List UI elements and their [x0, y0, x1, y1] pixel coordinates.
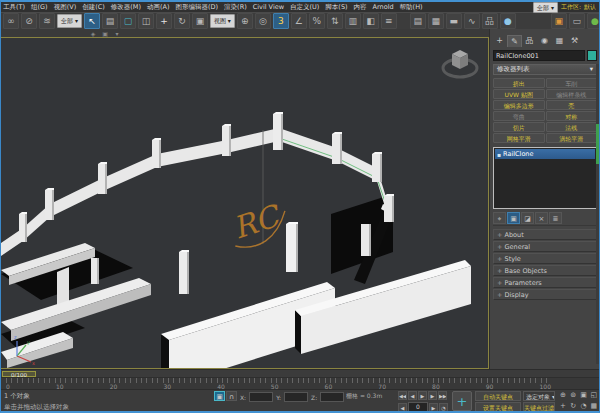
reference-coordinate-combo[interactable]: 视图 ▾	[210, 14, 235, 28]
modifier-bend-button[interactable]: 弯曲	[493, 111, 545, 121]
tab-utilities[interactable]: ⚒	[567, 35, 582, 47]
zoom-icon[interactable]: ⊕	[558, 390, 568, 401]
modifier-list-dropdown[interactable]: 修改器列表 ▾	[493, 64, 597, 75]
isolate-selection-icon[interactable]: ▣	[214, 391, 225, 401]
select-object-icon[interactable]: ↖	[84, 13, 100, 29]
perspective-viewport[interactable]: RC x y z	[0, 37, 489, 369]
panel-scrollbar[interactable]	[596, 64, 599, 364]
selection-filter-combo[interactable]: 全部 ▾	[57, 14, 82, 28]
next-frame-icon[interactable]: ▶	[428, 391, 437, 400]
select-and-move-icon[interactable]: +	[156, 13, 172, 29]
spinner-snap-icon[interactable]: ⇅	[327, 13, 343, 29]
go-to-start-icon[interactable]: ◀◀	[398, 391, 407, 400]
menu-animation[interactable]: 动画(A)	[144, 2, 173, 12]
render-setup-icon[interactable]: ▣	[551, 13, 567, 29]
menu-group[interactable]: 组(G)	[28, 2, 51, 12]
menu-rendering[interactable]: 渲染(R)	[221, 2, 250, 12]
unlink-selection-icon[interactable]: ⊘	[21, 13, 37, 29]
z-field[interactable]	[320, 392, 344, 402]
angle-snap-icon[interactable]: ∠	[291, 13, 307, 29]
modifier-lathe-button[interactable]: 车削	[546, 78, 598, 88]
menu-civil-view[interactable]: Civil View	[250, 2, 287, 12]
stack-item-railclone[interactable]: ▪ RailClone	[495, 149, 595, 159]
material-editor-icon[interactable]: ●	[500, 13, 516, 29]
selection-set-combo[interactable]: 选定对象 ▾	[523, 391, 555, 401]
play-icon[interactable]: ▶	[418, 391, 427, 400]
maximize-viewport-icon[interactable]: ▦	[589, 401, 599, 412]
remove-modifier-icon[interactable]: ×	[535, 212, 548, 224]
align-icon[interactable]: ≡	[381, 13, 397, 29]
key-next-icon[interactable]: ▶	[429, 403, 438, 412]
modifier-slice-button[interactable]: 切片	[493, 122, 545, 132]
modifier-symmetry-button[interactable]: 对称	[546, 111, 598, 121]
menu-content[interactable]: 内容	[351, 2, 370, 12]
menu-create[interactable]: 创建(C)	[79, 2, 108, 12]
modifier-meshsmooth-button[interactable]: 网格平滑	[493, 133, 545, 143]
menu-modifiers[interactable]: 修改器(M)	[108, 2, 144, 12]
ribbon-toggle-icon[interactable]: ▬	[446, 13, 462, 29]
time-configuration-icon[interactable]: ◔	[439, 403, 448, 412]
flyout-icon[interactable]: ▣	[100, 30, 110, 37]
snap-toggle-3d-icon[interactable]: 3	[273, 13, 289, 29]
use-pivot-center-icon[interactable]: ⊕	[237, 13, 253, 29]
tab-create[interactable]: +	[492, 35, 507, 47]
configure-modifier-sets-icon[interactable]: ≣	[549, 212, 562, 224]
menu-views[interactable]: 视图(V)	[51, 2, 80, 12]
select-and-link-icon[interactable]: ∞	[3, 13, 19, 29]
workspace-value[interactable]: 默认	[584, 3, 596, 12]
menu-graph-editors[interactable]: 图形编辑器(D)	[173, 2, 222, 12]
field-of-view-icon[interactable]: ◔	[579, 401, 589, 412]
axis-constraint-icon[interactable]: ◈	[88, 30, 98, 37]
modifier-shell-button[interactable]: 壳	[546, 100, 598, 110]
selection-region-icon[interactable]: ▢	[120, 13, 136, 29]
modifier-stack[interactable]: ▪ RailClone	[493, 147, 597, 209]
zoom-extents-icon[interactable]: ▣	[579, 390, 589, 401]
object-name-field[interactable]: RailClone001	[493, 50, 585, 61]
modifier-edit-spline-button[interactable]: 编辑样条线	[546, 89, 598, 99]
tab-motion[interactable]: ◉	[537, 35, 552, 47]
menu-tools[interactable]: 工具(T)	[0, 2, 28, 12]
bind-to-space-warp-icon[interactable]: ≋	[39, 13, 55, 29]
selection-lock-icon[interactable]: ∩	[226, 391, 237, 401]
rollout-display[interactable]: Display	[493, 289, 597, 300]
key-prev-icon[interactable]: ◀	[398, 403, 407, 412]
schematic-view-icon[interactable]: 品	[482, 13, 498, 29]
window-crossing-icon[interactable]: ◫	[138, 13, 154, 29]
flyout-arrow-icon[interactable]: ▾	[112, 30, 122, 37]
pin-stack-icon[interactable]: ⌖	[493, 212, 506, 224]
scene-explorer-icon[interactable]: ▤	[410, 13, 426, 29]
rollout-base-objects[interactable]: Base Objects	[493, 265, 597, 276]
modifier-normal-button[interactable]: 法线	[546, 122, 598, 132]
rollout-parameters[interactable]: Parameters	[493, 277, 597, 288]
zoom-all-icon[interactable]: ⊚	[568, 390, 578, 401]
percent-snap-icon[interactable]: %	[309, 13, 325, 29]
render-production-icon[interactable]: ●	[587, 13, 600, 29]
set-keys-button[interactable]: +	[452, 391, 472, 411]
modifier-edit-poly-button[interactable]: 编辑多边形	[493, 100, 545, 110]
show-end-result-icon[interactable]: ▣	[507, 212, 520, 224]
set-key-button[interactable]: 设置关键点	[475, 402, 521, 412]
rollout-about[interactable]: About	[493, 229, 597, 240]
menu-scripting[interactable]: 脚本(S)	[322, 2, 350, 12]
edit-named-selections-icon[interactable]: ▥	[345, 13, 361, 29]
previous-frame-icon[interactable]: ◀	[408, 391, 417, 400]
select-by-name-icon[interactable]: ▤	[102, 13, 118, 29]
zoom-region-icon[interactable]: ◱	[589, 390, 599, 401]
select-and-scale-icon[interactable]: ▣	[192, 13, 208, 29]
tab-hierarchy[interactable]: 品	[522, 35, 537, 47]
current-frame-field[interactable]: 0	[408, 402, 428, 412]
modifier-turbosmooth-button[interactable]: 涡轮平滑	[546, 133, 598, 143]
make-unique-icon[interactable]: ◪	[521, 212, 534, 224]
x-field[interactable]	[249, 392, 273, 402]
modifier-uvw-map-button[interactable]: UVW 贴图	[493, 89, 545, 99]
key-filters-button[interactable]: 关键点过滤器...	[523, 402, 555, 412]
object-color-swatch[interactable]	[587, 50, 597, 61]
curve-editor-icon[interactable]: ∿	[464, 13, 480, 29]
menu-customize[interactable]: 自定义(U)	[287, 2, 322, 12]
search-filter-combo[interactable]: 全部 ▾	[533, 2, 558, 13]
menu-help[interactable]: 帮助(H)	[397, 2, 426, 12]
pan-icon[interactable]: +	[558, 401, 568, 412]
rendered-frame-icon[interactable]: ▭	[569, 13, 585, 29]
mirror-icon[interactable]: ◧	[363, 13, 379, 29]
menu-arnold[interactable]: Arnold	[370, 2, 397, 12]
